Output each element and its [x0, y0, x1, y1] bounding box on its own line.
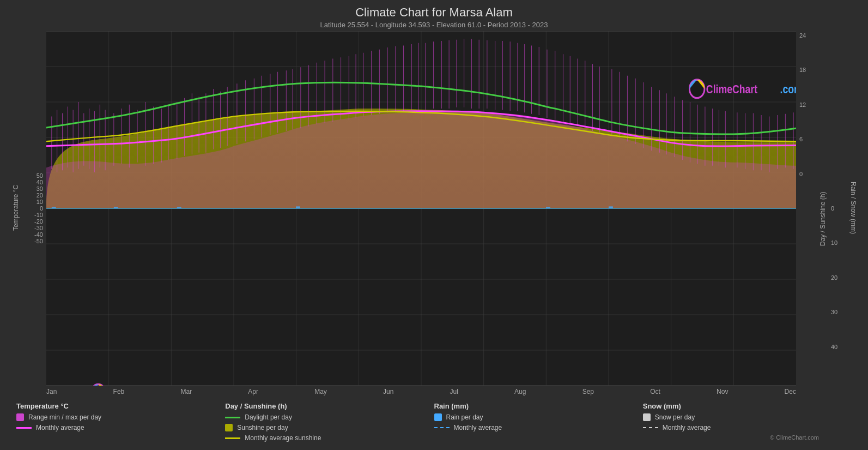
legend-sunshine-day: Sunshine per day	[225, 424, 434, 431]
svg-text:ClimeChart: ClimeChart	[706, 83, 758, 96]
legend-rain-avg: Monthly average	[434, 424, 643, 431]
legend-col-rain: Rain (mm) Rain per day Monthly average	[434, 402, 643, 445]
svg-rect-127	[546, 207, 550, 208]
svg-rect-128	[609, 206, 613, 208]
x-label-jul: Jul	[450, 388, 458, 395]
legend-sunshine-avg: Monthly average sunshine	[225, 434, 434, 442]
svg-text:.com: .com	[780, 83, 796, 96]
legend-daylight-label: Daylight per day	[245, 413, 292, 421]
legend-temp-range: Range min / max per day	[16, 413, 225, 421]
x-label-may: May	[314, 388, 327, 395]
legend-rain-day-label: Rain per day	[446, 413, 483, 421]
x-label-sep: Sep	[582, 388, 594, 395]
legend-temp-range-label: Range min / max per day	[28, 413, 101, 421]
legend-sunshine-day-label: Sunshine per day	[237, 424, 288, 431]
x-label-aug: Aug	[514, 388, 526, 395]
x-label-feb: Feb	[113, 388, 125, 395]
y-axes-right: 24 18 12 6 0 x x x x x x Day / Sunshine …	[796, 31, 857, 395]
temp-avg-swatch	[16, 427, 32, 429]
rain-avg-swatch	[434, 427, 450, 428]
sunshine-day-swatch	[225, 424, 233, 431]
legend-sunshine-title: Day / Sunshine (h)	[225, 402, 434, 410]
chart-middle: ClimeChart .com ClimeChart .com Jan Feb …	[46, 31, 796, 395]
legend-rain-day: Rain per day	[434, 413, 643, 421]
chart-subtitle: Latitude 25.554 - Longitude 34.593 - Ele…	[11, 21, 857, 29]
chart-header: Climate Chart for Marsa Alam Latitude 25…	[11, 5, 857, 29]
legend-daylight: Daylight per day	[225, 413, 434, 421]
snow-day-swatch	[643, 413, 651, 421]
legend-snow-day-label: Snow per day	[655, 413, 695, 421]
legend-col-snow: Snow (mm) Snow per day Monthly average ©…	[643, 402, 852, 445]
legend-sunshine-avg-label: Monthly average sunshine	[245, 434, 321, 442]
svg-point-129	[688, 79, 705, 100]
x-label-nov: Nov	[717, 388, 728, 395]
legend-area: Temperature °C Range min / max per day M…	[11, 395, 857, 445]
svg-rect-125	[177, 207, 181, 208]
rain-day-swatch	[434, 413, 442, 421]
svg-rect-126	[296, 206, 300, 208]
x-axis: Jan Feb Mar Apr May Jun Jul Aug Sep Oct …	[46, 386, 796, 395]
y-axis-right-sunshine: 24 18 12 6 0 x x x x x x	[796, 31, 819, 395]
x-label-jun: Jun	[383, 388, 393, 395]
legend-snow-title: Snow (mm)	[643, 402, 852, 410]
legend-rain-avg-label: Monthly average	[454, 424, 502, 431]
legend-snow-avg: Monthly average	[643, 424, 852, 431]
x-label-oct: Oct	[650, 388, 660, 395]
main-chart-svg: ClimeChart .com ClimeChart .com	[46, 31, 796, 386]
chart-title: Climate Chart for Marsa Alam	[11, 5, 857, 20]
x-label-dec: Dec	[785, 388, 796, 395]
y-axis-right-sunshine-label: Day / Sunshine (h)	[819, 31, 827, 395]
copyright: © ClimeChart.com	[643, 434, 852, 441]
legend-temp-avg-label: Monthly average	[36, 424, 84, 431]
svg-rect-123	[52, 207, 56, 208]
legend-temp-title: Temperature °C	[16, 402, 225, 410]
x-label-mar: Mar	[180, 388, 192, 395]
legend-snow-day: Snow per day	[643, 413, 852, 421]
x-label-jan: Jan	[46, 388, 57, 395]
chart-area: Temperature °C 50 40 30 20 10 0 -10 -20 …	[11, 31, 857, 395]
legend-snow-avg-label: Monthly average	[663, 424, 711, 431]
y-axis-left-label: Temperature °C	[11, 31, 21, 385]
temp-range-swatch	[16, 413, 24, 421]
y-axis-right-rain: x x x x x 0 10 20 30 40 x	[827, 31, 849, 395]
legend-temp-avg: Monthly average	[16, 424, 225, 431]
svg-rect-124	[114, 207, 118, 208]
y-axis-left: 50 40 30 20 10 0 -10 -20 -30 -40 -50	[20, 171, 46, 255]
y-axis-right-rain-label: Rain / Snow (mm)	[849, 31, 857, 395]
legend-col-sunshine: Day / Sunshine (h) Daylight per day Suns…	[225, 402, 434, 445]
legend-col-temperature: Temperature °C Range min / max per day M…	[16, 402, 225, 445]
snow-avg-swatch	[643, 427, 658, 428]
legend-rain-title: Rain (mm)	[434, 402, 643, 410]
daylight-swatch	[225, 417, 240, 418]
sunshine-avg-swatch	[225, 437, 240, 439]
x-label-apr: Apr	[248, 388, 258, 395]
